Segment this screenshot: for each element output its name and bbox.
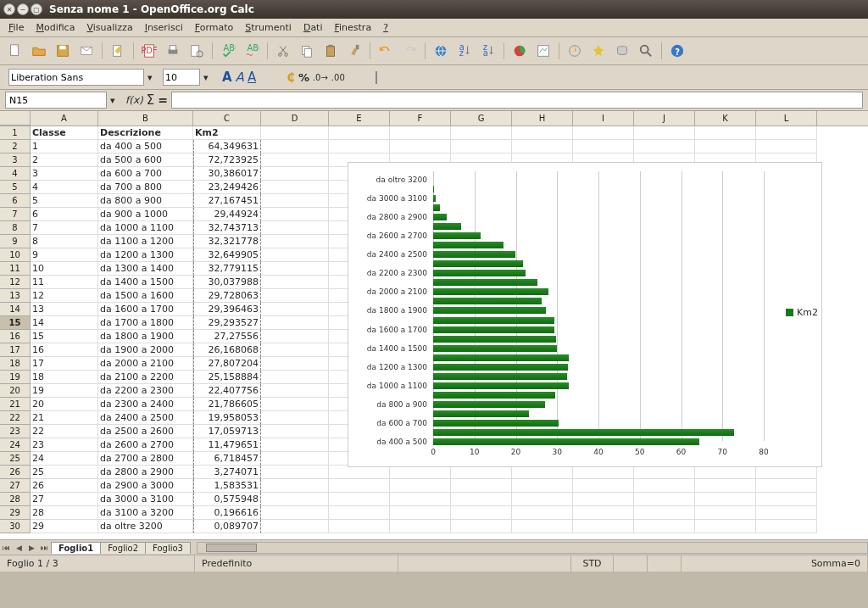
hyperlink-icon[interactable]: [431, 41, 451, 61]
cell[interactable]: [634, 126, 695, 140]
cell[interactable]: [756, 506, 817, 520]
cell[interactable]: [756, 466, 817, 479]
cell[interactable]: [634, 493, 695, 506]
menu-file[interactable]: File: [3, 20, 29, 35]
menu-formato[interactable]: Formato: [190, 20, 239, 35]
cell[interactable]: [261, 398, 329, 411]
col-header-G[interactable]: G: [451, 111, 512, 126]
cell[interactable]: 29,396463: [193, 303, 261, 316]
cell[interactable]: [512, 126, 573, 140]
cell[interactable]: 4: [31, 181, 98, 194]
menu-strumenti[interactable]: Strumenti: [240, 20, 297, 35]
cell[interactable]: [634, 520, 695, 533]
cell[interactable]: [261, 520, 329, 533]
new-doc-icon[interactable]: [5, 41, 25, 61]
save-icon[interactable]: [53, 41, 73, 61]
cell[interactable]: [573, 506, 634, 520]
cell[interactable]: 64,349631: [193, 140, 261, 153]
cell[interactable]: 3,274071: [193, 466, 261, 479]
row-header[interactable]: 11: [0, 262, 31, 276]
window-close-button[interactable]: ✕: [3, 3, 15, 15]
font-name-input[interactable]: [8, 69, 144, 86]
cell[interactable]: da 1600 a 1700: [98, 303, 193, 316]
row-header[interactable]: 14: [0, 303, 31, 316]
cell[interactable]: [634, 140, 695, 153]
cell[interactable]: da 2800 a 2900: [98, 466, 193, 479]
font-size-input[interactable]: [163, 69, 200, 86]
cell[interactable]: 12: [31, 289, 98, 303]
cell[interactable]: [390, 140, 451, 153]
cell[interactable]: [261, 276, 329, 289]
cell[interactable]: [634, 479, 695, 493]
cell[interactable]: 32,743713: [193, 221, 261, 235]
cell[interactable]: [451, 493, 512, 506]
cell[interactable]: 32,649905: [193, 248, 261, 262]
cell[interactable]: [512, 520, 573, 533]
cell[interactable]: [756, 479, 817, 493]
cell[interactable]: [261, 140, 329, 153]
cell[interactable]: 27: [31, 493, 98, 506]
cell[interactable]: [451, 520, 512, 533]
cell[interactable]: 27,167451: [193, 194, 261, 208]
cell[interactable]: [261, 221, 329, 235]
row-header[interactable]: 1: [0, 126, 31, 140]
cell[interactable]: 2: [31, 153, 98, 167]
cell[interactable]: [261, 181, 329, 194]
cell[interactable]: da 1400 a 1500: [98, 276, 193, 289]
cell[interactable]: [695, 466, 756, 479]
row-header[interactable]: 26: [0, 466, 31, 479]
cell[interactable]: [261, 343, 329, 357]
pdf-icon[interactable]: PDF: [139, 41, 159, 61]
edit-doc-icon[interactable]: [108, 41, 128, 61]
cell[interactable]: [390, 506, 451, 520]
cell[interactable]: da 800 a 900: [98, 194, 193, 208]
row-header[interactable]: 21: [0, 398, 31, 411]
cell[interactable]: [634, 466, 695, 479]
cell[interactable]: 17: [31, 357, 98, 371]
cell[interactable]: Descrizione: [98, 126, 193, 140]
underline-icon[interactable]: A: [248, 70, 256, 85]
menu-inserisci[interactable]: Inserisci: [140, 20, 188, 35]
spellcheck-icon[interactable]: ABC: [218, 41, 238, 61]
cell[interactable]: [329, 140, 390, 153]
row-header[interactable]: 2: [0, 140, 31, 153]
cell[interactable]: 25,158884: [193, 371, 261, 384]
cell[interactable]: da 400 a 500: [98, 140, 193, 153]
sheet-tab-foglio2[interactable]: Foglio2: [100, 542, 146, 554]
sort-desc-icon[interactable]: za: [478, 41, 498, 61]
cell[interactable]: da 1700 a 1800: [98, 316, 193, 330]
cell[interactable]: [261, 466, 329, 479]
row-header[interactable]: 15: [0, 316, 31, 330]
undo-icon[interactable]: [376, 41, 396, 61]
tab-last-icon[interactable]: ⏭: [38, 541, 51, 555]
datasources-icon[interactable]: [612, 41, 632, 61]
cell[interactable]: da 1500 a 1600: [98, 289, 193, 303]
email-icon[interactable]: [76, 41, 97, 61]
cell[interactable]: [261, 438, 329, 452]
cell[interactable]: [261, 153, 329, 167]
cell[interactable]: 0,089707: [193, 520, 261, 533]
row-header[interactable]: 7: [0, 208, 31, 221]
cell[interactable]: da 2200 a 2300: [98, 384, 193, 398]
menu-dati[interactable]: Dati: [298, 20, 328, 35]
cell[interactable]: 0,196616: [193, 506, 261, 520]
cell[interactable]: Km2: [193, 126, 261, 140]
window-maximize-button[interactable]: ▢: [31, 3, 42, 15]
status-std[interactable]: STD: [571, 555, 614, 572]
cell[interactable]: 22,407756: [193, 384, 261, 398]
col-header-B[interactable]: B: [98, 111, 193, 126]
cell[interactable]: [261, 208, 329, 221]
cell[interactable]: [573, 520, 634, 533]
italic-icon[interactable]: A: [236, 70, 244, 85]
sheet-tab-foglio1[interactable]: Foglio1: [51, 542, 101, 554]
menu-modifica[interactable]: Modifica: [31, 20, 80, 35]
row-header[interactable]: 16: [0, 330, 31, 343]
menu-visualizza[interactable]: Visualizza: [81, 20, 137, 35]
cell[interactable]: [451, 140, 512, 153]
cell[interactable]: [512, 140, 573, 153]
tab-first-icon[interactable]: ⏮: [0, 541, 13, 555]
cell-reference-input[interactable]: [5, 92, 107, 109]
cell[interactable]: 1: [31, 140, 98, 153]
cell[interactable]: [451, 126, 512, 140]
row-header[interactable]: 22: [0, 411, 31, 425]
